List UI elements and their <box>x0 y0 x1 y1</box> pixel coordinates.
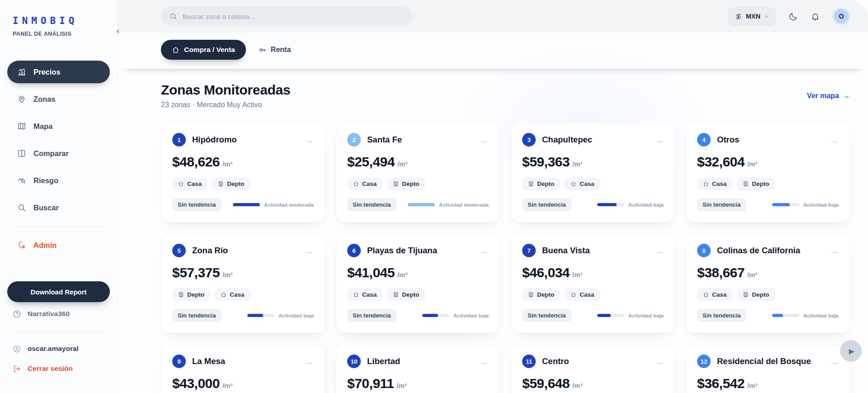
building-icon <box>393 292 399 298</box>
property-type-tag: Casa <box>697 288 732 301</box>
zone-card[interactable]: 4 Otros → $32,604 /m² CasaDepto Sin tend… <box>686 123 850 223</box>
zone-card[interactable]: 8 Colinas de California → $38,667 /m² Ca… <box>686 233 850 333</box>
sidebar-item-buscar[interactable]: Buscar <box>7 196 110 219</box>
property-type-tag: Depto <box>737 288 775 301</box>
carousel-next-button[interactable]: ▶ <box>840 340 862 362</box>
price-unit: /m² <box>396 382 407 389</box>
divider <box>10 331 107 331</box>
price-unit: /m² <box>572 160 583 168</box>
zone-price-row: $48,626 /m² <box>172 154 314 170</box>
zone-card-header: 7 Buena Vista → <box>522 244 664 257</box>
trend-pill: Sin tendencia <box>697 198 746 211</box>
zone-name: Residencial del Bosque <box>717 356 823 366</box>
zone-card[interactable]: 9 La Mesa → $43,000 /m² <box>161 344 325 393</box>
zone-price: $38,667 <box>697 265 745 280</box>
arrow-right-icon[interactable]: → <box>654 246 664 256</box>
rank-badge: 8 <box>697 244 711 257</box>
sidebar-item-riesgo[interactable]: Riesgo <box>7 169 110 192</box>
page-title: Zonas Monitoreadas <box>161 82 290 98</box>
page-subtitle: 23 zonas · Mercado Muy Activo <box>161 101 290 109</box>
activity-label: Actividad baja <box>453 313 489 318</box>
arrow-right-icon[interactable]: → <box>304 135 314 145</box>
arrow-right-icon[interactable]: → <box>829 357 839 366</box>
activity-label: Actividad baja <box>803 202 839 208</box>
zone-price-row: $70,911 /m² <box>347 376 489 391</box>
zone-name: Centro <box>542 356 648 366</box>
map-icon <box>17 122 26 131</box>
sidebar-item-comparar[interactable]: Comparar <box>7 142 110 165</box>
logout-item[interactable]: Cerrar sesión <box>7 359 110 379</box>
property-type-tag: Casa <box>347 288 382 301</box>
arrow-right-icon[interactable]: → <box>304 246 314 256</box>
zone-card[interactable]: 5 Zona Río → $57,375 /m² DeptoCasa Sin t… <box>161 233 325 333</box>
sidebar-item-admin[interactable]: Admin <box>7 234 110 256</box>
dark-mode-toggle[interactable] <box>788 12 798 21</box>
zone-card-header: 12 Residencial del Bosque → <box>697 355 839 368</box>
arrow-right-icon[interactable]: → <box>654 135 664 145</box>
zone-card[interactable]: 7 Buena Vista → $46,034 /m² DeptoCasa Si… <box>511 233 675 333</box>
divider <box>10 264 107 264</box>
rank-badge: 2 <box>347 133 361 147</box>
notifications-button[interactable] <box>811 12 820 21</box>
tab-compra-venta[interactable]: Compra / Venta <box>161 40 246 60</box>
zone-card[interactable]: 10 Libertad → $70,911 /m² <box>336 344 500 393</box>
currency-label: MXN <box>746 13 760 20</box>
sidebar-item-label: Riesgo <box>33 176 58 185</box>
property-type-tag: Depto <box>212 177 250 190</box>
zone-price-row: $41,045 /m² <box>347 265 489 280</box>
section-titles: Zonas Monitoreadas 23 zonas · Mercado Mu… <box>161 82 290 109</box>
tag-label: Casa <box>362 291 377 298</box>
zone-card[interactable]: 3 Chapultepec → $59,363 /m² DeptoCasa Si… <box>511 123 675 223</box>
tab-renta[interactable]: Renta <box>259 46 291 54</box>
arrow-right-icon[interactable]: → <box>479 135 489 145</box>
trend-pill: Sin tendencia <box>172 309 222 322</box>
arrow-right-icon[interactable]: → <box>829 246 839 256</box>
arrow-right-icon[interactable]: → <box>479 357 489 366</box>
trend-pill: Sin tendencia <box>347 309 396 322</box>
zone-price: $43,000 <box>172 376 220 391</box>
trend-pill: Sin tendencia <box>347 198 396 211</box>
top-bar: MXN O <box>118 0 868 33</box>
sidebar-item-label: Comparar <box>33 149 69 158</box>
zone-card[interactable]: 6 Playas de Tijuana → $41,045 /m² CasaDe… <box>336 233 500 333</box>
zone-card[interactable]: 11 Centro → $59,648 /m² <box>511 344 675 393</box>
arrow-right-icon[interactable]: → <box>479 246 489 256</box>
sidebar-nav: Precios Zonas Mapa Comparar Riesgo Busca… <box>7 61 110 219</box>
sidebar: INMOBIQ PANEL DE ANÁLISIS Precios Zonas … <box>0 0 118 393</box>
zone-name: La Mesa <box>192 356 298 366</box>
arrow-right-icon[interactable]: → <box>654 357 664 366</box>
activity-bar <box>597 203 624 206</box>
zone-meta-row: Sin tendencia Actividad baja <box>522 309 664 322</box>
arrow-right-icon: → <box>843 92 850 100</box>
sidebar-item-zonas[interactable]: Zonas <box>7 88 110 110</box>
activity-bar <box>422 314 449 317</box>
sidebar-item-mapa[interactable]: Mapa <box>7 115 110 137</box>
arrow-right-icon[interactable]: → <box>304 357 314 366</box>
sidebar-collapse-button[interactable]: ‹ <box>112 24 124 37</box>
sidebar-item-precios[interactable]: Precios <box>7 61 110 83</box>
building-icon <box>528 292 534 298</box>
property-type-tags: DeptoCasa <box>172 288 314 301</box>
search-input[interactable] <box>183 13 404 20</box>
property-type-tag: Casa <box>172 177 208 190</box>
tag-label: Depto <box>537 291 554 298</box>
arrow-right-icon[interactable]: → <box>829 135 839 145</box>
user-menu-item[interactable]: oscar.amayoral <box>7 339 110 359</box>
zone-card[interactable]: 2 Santa Fe → $25,494 /m² CasaDepto Sin t… <box>336 123 500 223</box>
search-bar <box>161 7 412 26</box>
section-header: Zonas Monitoreadas 23 zonas · Mercado Mu… <box>161 82 850 109</box>
rank-badge: 12 <box>697 355 711 368</box>
user-circle-icon <box>13 345 21 353</box>
sidebar-item-narrativa360[interactable]: Narrativa360 <box>7 304 110 324</box>
download-report-button[interactable]: Download Report <box>7 281 110 302</box>
property-type-tags: CasaDepto <box>172 177 314 190</box>
property-type-tag: Depto <box>522 177 560 190</box>
building-icon <box>218 181 224 187</box>
username-label: oscar.amayoral <box>28 345 79 353</box>
zone-card[interactable]: 12 Residencial del Bosque → $36,542 /m² <box>686 344 850 393</box>
zone-card[interactable]: 1 Hipódromo → $48,626 /m² CasaDepto Sin … <box>161 123 325 223</box>
currency-switcher[interactable]: MXN <box>728 7 776 25</box>
user-avatar[interactable]: O <box>833 8 850 25</box>
view-map-link[interactable]: Ver mapa → <box>807 92 850 100</box>
zone-price: $46,034 <box>522 265 570 280</box>
